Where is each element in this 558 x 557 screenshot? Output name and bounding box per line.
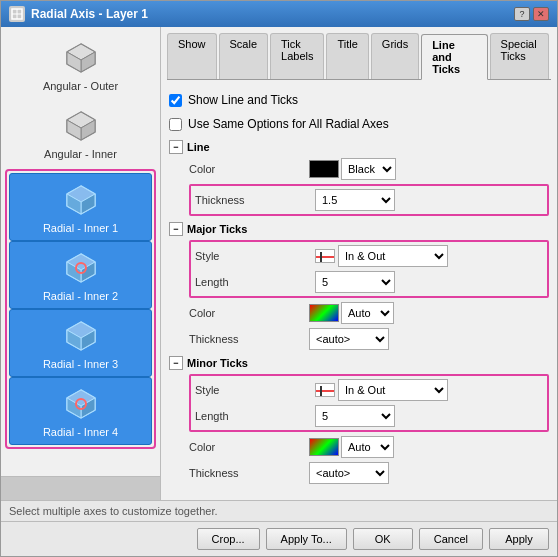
minor-color-swatch — [309, 438, 339, 456]
minor-length-select[interactable]: 5 3 4 6 — [315, 405, 395, 427]
use-same-options-checkbox[interactable] — [169, 118, 182, 131]
left-panel-spacer — [1, 476, 160, 500]
major-color-row: Color Auto Black — [189, 302, 549, 324]
title-bar: Radial Axis - Layer 1 ? ✕ — [1, 1, 557, 27]
major-length-row: Length 5 3 4 6 8 10 — [195, 271, 543, 293]
tab-line-ticks[interactable]: Line and Ticks — [421, 34, 487, 80]
axis-label-radial-inner-4: Radial - Inner 4 — [43, 426, 118, 438]
axis-label-radial-inner-1: Radial - Inner 1 — [43, 222, 118, 234]
axis-angular-inner[interactable]: Angular - Inner — [5, 99, 156, 167]
minor-ticks-collapse[interactable]: − — [169, 356, 183, 370]
window-title: Radial Axis - Layer 1 — [31, 7, 148, 21]
tab-tick-labels[interactable]: Tick Labels — [270, 33, 324, 79]
tab-title[interactable]: Title — [326, 33, 368, 79]
minor-style-select[interactable]: In & Out In Out None — [338, 379, 448, 401]
show-line-ticks-row: Show Line and Ticks — [169, 90, 549, 110]
left-panel: Angular - Outer Angular - Inner — [1, 27, 161, 500]
minor-style-label: Style — [195, 384, 315, 396]
axis-radial-inner-3[interactable]: Radial - Inner 3 — [9, 309, 152, 377]
apply-to-button[interactable]: Apply To... — [266, 528, 347, 550]
minor-ticks-section-header: − Minor Ticks — [169, 356, 549, 370]
tab-scale[interactable]: Scale — [219, 33, 269, 79]
right-panel: Show Scale Tick Labels Title Grids Line … — [161, 27, 557, 500]
use-same-options-label: Use Same Options for All Radial Axes — [188, 117, 389, 131]
major-style-select[interactable]: In & Out In Out None — [338, 245, 448, 267]
major-color-swatch — [309, 304, 339, 322]
minor-thickness-select[interactable]: <auto> 0.5 1 1.5 — [309, 462, 389, 484]
axis-radial-inner-2[interactable]: Radial - Inner 2 — [9, 241, 152, 309]
axis-radial-inner-1[interactable]: Radial - Inner 1 — [9, 173, 152, 241]
main-window: Radial Axis - Layer 1 ? ✕ — [0, 0, 558, 557]
line-color-control: Black White Auto — [309, 158, 396, 180]
minor-ticks-style-icon — [315, 383, 335, 397]
minor-length-row: Length 5 3 4 6 — [195, 405, 543, 427]
minor-thickness-row: Thickness <auto> 0.5 1 1.5 — [189, 462, 549, 484]
line-thickness-row: Thickness 1.5 0.5 1 2 2.5 3 — [195, 189, 543, 211]
major-color-select[interactable]: Auto Black — [341, 302, 394, 324]
minor-color-select[interactable]: Auto Black — [341, 436, 394, 458]
apply-button[interactable]: Apply — [489, 528, 549, 550]
axis-label-radial-inner-3: Radial - Inner 3 — [43, 358, 118, 370]
status-text: Select multiple axes to customize togeth… — [9, 505, 218, 517]
minor-style-row: Style In & Out In Out None — [195, 379, 543, 401]
minor-color-label: Color — [189, 441, 309, 453]
tab-grids[interactable]: Grids — [371, 33, 419, 79]
crop-button[interactable]: Crop... — [197, 528, 260, 550]
line-thickness-label: Thickness — [195, 194, 315, 206]
tab-bar: Show Scale Tick Labels Title Grids Line … — [167, 33, 551, 80]
major-thickness-row: Thickness <auto> 0.5 1 1.5 — [189, 328, 549, 350]
status-bar: Select multiple axes to customize togeth… — [1, 500, 557, 521]
minor-length-label: Length — [195, 410, 315, 422]
line-color-swatch — [309, 160, 339, 178]
close-button[interactable]: ✕ — [533, 7, 549, 21]
thickness-pink-box: Thickness 1.5 0.5 1 2 2.5 3 — [189, 184, 549, 216]
ok-button[interactable]: OK — [353, 528, 413, 550]
minor-thickness-label: Thickness — [189, 467, 309, 479]
tab-show[interactable]: Show — [167, 33, 217, 79]
show-line-ticks-checkbox[interactable] — [169, 94, 182, 107]
major-style-label: Style — [195, 250, 315, 262]
axis-radial-inner-4[interactable]: Radial - Inner 4 — [9, 377, 152, 445]
major-ticks-section-header: − Major Ticks — [169, 222, 549, 236]
major-color-control: Auto Black — [309, 302, 394, 324]
line-color-label: Color — [189, 163, 309, 175]
line-section-collapse[interactable]: − — [169, 140, 183, 154]
help-button[interactable]: ? — [514, 7, 530, 21]
use-same-options-row: Use Same Options for All Radial Axes — [169, 114, 549, 134]
major-length-select[interactable]: 5 3 4 6 8 10 — [315, 271, 395, 293]
line-section-label: Line — [187, 141, 210, 153]
major-style-length-box: Style In & Out In Out None — [189, 240, 549, 298]
major-color-label: Color — [189, 307, 309, 319]
minor-ticks-label: Minor Ticks — [187, 357, 248, 369]
axis-angular-outer[interactable]: Angular - Outer — [5, 31, 156, 99]
tab-special-ticks[interactable]: Special Ticks — [490, 33, 549, 79]
minor-style-control: In & Out In Out None — [315, 379, 455, 401]
major-ticks-label: Major Ticks — [187, 223, 247, 235]
major-thickness-select[interactable]: <auto> 0.5 1 1.5 — [309, 328, 389, 350]
line-section-header: − Line — [169, 140, 549, 154]
major-thickness-label: Thickness — [189, 333, 309, 345]
line-color-select[interactable]: Black White Auto — [341, 158, 396, 180]
button-bar: Crop... Apply To... OK Cancel Apply — [1, 521, 557, 556]
major-ticks-collapse[interactable]: − — [169, 222, 183, 236]
line-thickness-select[interactable]: 1.5 0.5 1 2 2.5 3 — [315, 189, 395, 211]
minor-style-length-box: Style In & Out In Out None — [189, 374, 549, 432]
line-color-row: Color Black White Auto — [189, 158, 549, 180]
major-style-control: In & Out In Out None — [315, 245, 455, 267]
axis-label-angular-outer: Angular - Outer — [43, 80, 118, 92]
major-style-row: Style In & Out In Out None — [195, 245, 543, 267]
minor-color-control: Auto Black — [309, 436, 394, 458]
major-length-label: Length — [195, 276, 315, 288]
show-line-ticks-label: Show Line and Ticks — [188, 93, 298, 107]
minor-color-row: Color Auto Black — [189, 436, 549, 458]
axis-label-radial-inner-2: Radial - Inner 2 — [43, 290, 118, 302]
ticks-style-icon — [315, 249, 335, 263]
cancel-button[interactable]: Cancel — [419, 528, 483, 550]
window-icon — [9, 6, 25, 22]
form-area: Show Line and Ticks Use Same Options for… — [167, 86, 551, 494]
axis-label-angular-inner: Angular - Inner — [44, 148, 117, 160]
